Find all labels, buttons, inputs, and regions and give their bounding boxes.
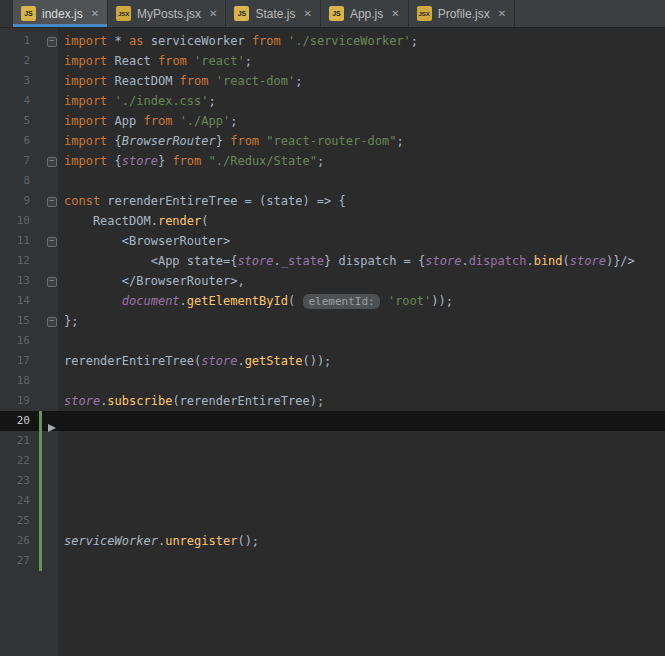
code-token: _state [281,254,324,268]
fold-marker-icon[interactable]: − [47,317,57,327]
vcs-added-marker [39,391,42,411]
gutter[interactable]: 5 [0,111,58,131]
fold-marker-icon[interactable]: − [47,37,57,47]
fold-marker-icon[interactable]: − [47,277,57,287]
code-line[interactable]: 9−const rerenderEntireTree = (state) => … [0,191,665,211]
gutter[interactable]: 26 [0,531,58,551]
code-line[interactable]: 18 [0,371,665,391]
gutter[interactable]: 7− [0,151,58,171]
code-line[interactable]: 5import App from './App'; [0,111,665,131]
line-number: 9 [12,191,30,211]
code-line[interactable]: 24 [0,491,665,511]
code-text: const rerenderEntireTree = (state) => { [58,191,346,211]
fold-marker-icon[interactable]: − [47,237,57,247]
fold-column: − [46,191,58,211]
js-file-icon: JS [234,6,249,21]
code-line[interactable]: 27 [0,551,665,571]
vcs-added-marker [39,31,42,51]
gutter[interactable]: 6 [0,131,58,151]
vcs-added-marker [39,531,42,551]
fold-marker-icon[interactable]: − [47,197,57,207]
code-line[interactable]: 11− <BrowserRouter> [0,231,665,251]
gutter[interactable]: 9− [0,191,58,211]
code-token [172,114,179,128]
gutter[interactable]: 23 [0,471,58,491]
gutter[interactable]: 19 [0,391,58,411]
gutter[interactable]: 4 [0,91,58,111]
code-token [107,94,114,108]
gutter[interactable]: 10 [0,211,58,231]
gutter[interactable]: 8 [0,171,58,191]
gutter[interactable]: 17 [0,351,58,371]
code-line[interactable]: 12 <App state={store._state} dispatch = … [0,251,665,271]
line-number: 16 [12,331,30,351]
line-number: 5 [12,111,30,131]
vcs-added-marker [39,291,42,311]
code-line[interactable]: 8 [0,171,665,191]
tab-App.js[interactable]: JSApp.js✕ [321,0,409,27]
code-text: }; [58,311,78,331]
code-token: ; [245,54,252,68]
gutter[interactable]: 24 [0,491,58,511]
code-token: bind [534,254,563,268]
code-line[interactable]: 6import {BrowserRouter} from "react-rout… [0,131,665,151]
code-line[interactable]: 21 [0,431,665,451]
gutter[interactable]: 16 [0,331,58,351]
code-token: store [570,254,606,268]
code-line[interactable]: 14 document.getElementById( elementId: '… [0,291,665,311]
code-line[interactable]: 13− </BrowserRouter>, [0,271,665,291]
close-tab-icon[interactable]: ✕ [498,9,506,19]
code-line[interactable]: 16 [0,331,665,351]
code-line[interactable]: 20 [0,411,665,431]
code-line[interactable]: 17rerenderEntireTree(store.getState()); [0,351,665,371]
code-token: ; [317,154,324,168]
close-tab-icon[interactable]: ✕ [91,9,99,19]
code-token: 'root' [388,294,431,308]
gutter[interactable]: 25 [0,511,58,531]
tab-label: Profile.jsx [438,7,490,21]
code-line[interactable]: 7−import {store} from "./Redux/State"; [0,151,665,171]
code-token [64,294,122,308]
close-tab-icon[interactable]: ✕ [304,9,312,19]
vcs-added-marker [39,511,42,531]
gutter[interactable]: 21 [0,431,58,451]
tab-MyPosts.jsx[interactable]: JSXMyPosts.jsx✕ [108,0,226,27]
close-tab-icon[interactable]: ✕ [391,9,399,19]
code-line[interactable]: 26serviceWorker.unregister(); [0,531,665,551]
code-line[interactable]: 2import React from 'react'; [0,51,665,71]
tab-index.js[interactable]: JSindex.js✕ [13,0,108,27]
fold-marker-icon[interactable]: − [47,157,57,167]
gutter[interactable]: 2 [0,51,58,71]
gutter[interactable]: 1− [0,31,58,51]
close-tab-icon[interactable]: ✕ [209,9,217,19]
gutter[interactable]: 27 [0,551,58,571]
code-line[interactable]: 19store.subscribe(rerenderEntireTree); [0,391,665,411]
code-token: )); [431,294,453,308]
code-token [187,54,194,68]
gutter[interactable]: 13− [0,271,58,291]
code-line[interactable]: 3import ReactDOM from 'react-dom'; [0,71,665,91]
line-number: 25 [12,511,30,531]
code-line[interactable]: 22 [0,451,665,471]
gutter[interactable]: 3 [0,71,58,91]
code-line[interactable]: 1−import * as serviceWorker from './serv… [0,31,665,51]
tab-Profile.jsx[interactable]: JSXProfile.jsx✕ [409,0,515,27]
gutter[interactable]: 22 [0,451,58,471]
code-line[interactable]: 15−}; [0,311,665,331]
code-token: } [158,154,172,168]
code-line[interactable]: 25 [0,511,665,531]
code-token: . [461,254,468,268]
code-token: as [129,34,143,48]
gutter[interactable]: 18 [0,371,58,391]
code-line[interactable]: 23 [0,471,665,491]
gutter[interactable]: 14 [0,291,58,311]
tab-State.js[interactable]: JSState.js✕ [226,0,320,27]
gutter[interactable]: 12 [0,251,58,271]
code-token [201,154,208,168]
gutter[interactable]: 20 [0,411,58,431]
gutter[interactable]: 15− [0,311,58,331]
gutter[interactable]: 11− [0,231,58,251]
code-line[interactable]: 10 ReactDOM.render( [0,211,665,231]
code-line[interactable]: 4import './index.css'; [0,91,665,111]
code-editor[interactable]: 1−import * as serviceWorker from './serv… [0,28,665,656]
